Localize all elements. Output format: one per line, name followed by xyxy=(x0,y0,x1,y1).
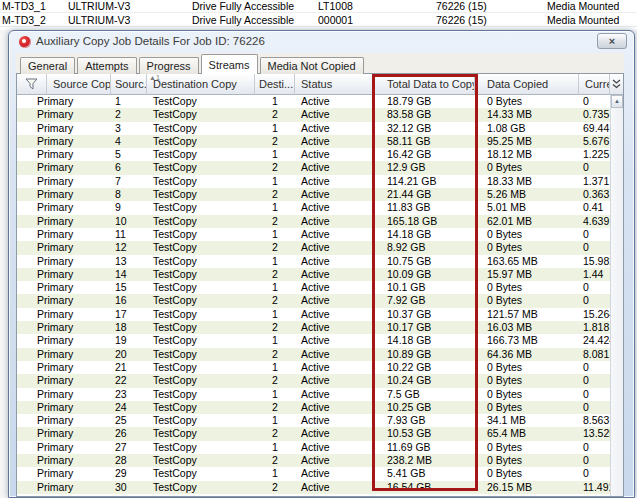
cell-status: Active xyxy=(295,281,375,294)
table-row[interactable]: Primary 29 TestCopy 1 Active 5.41 GB 0 B… xyxy=(17,467,610,480)
column-chooser-icon xyxy=(612,79,621,89)
column-header-source-stream[interactable]: Sourc... xyxy=(111,74,147,95)
table-row[interactable]: Primary 14 TestCopy 2 Active 10.09 GB 15… xyxy=(17,268,610,281)
cell-status: Active xyxy=(295,255,375,268)
cell-source-stream: 14 xyxy=(111,268,147,281)
cell-current: 0 xyxy=(579,441,610,454)
column-header-total-data-to-copy[interactable]: Total Data to Copy xyxy=(375,74,475,95)
bg-cell-media: M-TD3_1 xyxy=(2,0,46,13)
table-row[interactable]: Primary 7 TestCopy 1 Active 114.21 GB 18… xyxy=(17,175,610,188)
table-row[interactable]: Primary 10 TestCopy 2 Active 165.18 GB 6… xyxy=(17,215,610,228)
cell-destination-copy: TestCopy xyxy=(147,427,255,440)
cell-total-data-to-copy: 10.37 GB xyxy=(375,308,475,321)
tab-attempts[interactable]: Attempts xyxy=(77,57,136,74)
cell-destination-copy: TestCopy xyxy=(147,454,255,467)
cell-status: Active xyxy=(295,122,375,135)
tab-streams[interactable]: Streams xyxy=(201,54,258,74)
table-row[interactable]: Primary 11 TestCopy 1 Active 14.18 GB 0 … xyxy=(17,228,610,241)
vertical-scrollbar[interactable]: ▲ xyxy=(610,95,623,496)
cell-data-copied: 0 Bytes xyxy=(475,361,579,374)
tab-media-not-copied[interactable]: Media Not Copied xyxy=(260,57,364,74)
cell-source-copy: Primary xyxy=(17,281,111,294)
bg-cell-barcode: 000001 xyxy=(318,14,353,27)
cell-status: Active xyxy=(295,401,375,414)
cell-current: 0 xyxy=(579,294,610,307)
tab-general[interactable]: General xyxy=(20,57,75,74)
close-button[interactable]: × xyxy=(597,33,627,49)
cell-total-data-to-copy: 16.42 GB xyxy=(375,148,475,161)
table-row[interactable]: Primary 3 TestCopy 1 Active 32.12 GB 1.0… xyxy=(17,122,610,135)
table-row[interactable]: Primary 20 TestCopy 2 Active 10.89 GB 64… xyxy=(17,348,610,361)
cell-source-copy: Primary xyxy=(17,148,111,161)
column-header-status[interactable]: Status xyxy=(295,74,375,95)
cell-destination-copy: TestCopy xyxy=(147,281,255,294)
column-header-destination-copy[interactable]: Destination Copy xyxy=(147,74,255,95)
table-row[interactable]: Primary 6 TestCopy 2 Active 12.9 GB 0 By… xyxy=(17,161,610,174)
table-row[interactable]: Primary 26 TestCopy 2 Active 10.53 GB 65… xyxy=(17,427,610,440)
cell-destination-stream: 2 xyxy=(255,348,295,361)
table-row[interactable]: Primary 21 TestCopy 1 Active 10.22 GB 0 … xyxy=(17,361,610,374)
filter-button[interactable] xyxy=(17,74,47,95)
column-header-destination-stream[interactable]: Desti... xyxy=(255,74,295,95)
scroll-up-button[interactable]: ▲ xyxy=(611,95,623,108)
cell-source-copy: Primary xyxy=(17,441,111,454)
cell-source-stream: 8 xyxy=(111,188,147,201)
cell-status: Active xyxy=(295,414,375,427)
table-row[interactable]: Primary 15 TestCopy 1 Active 10.1 GB 0 B… xyxy=(17,281,610,294)
scroll-up-icon: ▲ xyxy=(614,98,620,104)
table-row[interactable]: Primary 17 TestCopy 1 Active 10.37 GB 12… xyxy=(17,308,610,321)
cell-status: Active xyxy=(295,481,375,494)
table-row[interactable]: Primary 2 TestCopy 2 Active 83.58 GB 14.… xyxy=(17,108,610,121)
column-header-current[interactable]: Curre xyxy=(579,74,612,95)
column-chooser-button[interactable] xyxy=(609,74,623,95)
cell-data-copied: 16.03 MB xyxy=(475,321,579,334)
table-row[interactable]: Primary 24 TestCopy 2 Active 10.25 GB 0 … xyxy=(17,401,610,414)
cell-destination-stream: 2 xyxy=(255,427,295,440)
table-row[interactable]: Primary 25 TestCopy 1 Active 7.93 GB 34.… xyxy=(17,414,610,427)
table-row[interactable]: Primary 16 TestCopy 2 Active 7.92 GB 0 B… xyxy=(17,294,610,307)
table-row[interactable]: Primary 27 TestCopy 1 Active 11.69 GB 0 … xyxy=(17,441,610,454)
background-table-row[interactable]: M-TD3_2 ULTRIUM-V3 Drive Fully Accessibl… xyxy=(0,14,637,27)
cell-destination-stream: 1 xyxy=(255,281,295,294)
cell-current: 0 xyxy=(579,388,610,401)
cell-status: Active xyxy=(295,348,375,361)
cell-source-stream: 2 xyxy=(111,108,147,121)
cell-destination-stream: 2 xyxy=(255,321,295,334)
cell-status: Active xyxy=(295,188,375,201)
cell-status: Active xyxy=(295,201,375,214)
table-row[interactable]: Primary 23 TestCopy 1 Active 7.5 GB 0 By… xyxy=(17,388,610,401)
cell-destination-stream: 2 xyxy=(255,215,295,228)
table-row[interactable]: Primary 19 TestCopy 1 Active 14.18 GB 16… xyxy=(17,334,610,347)
table-row[interactable]: Primary 9 TestCopy 1 Active 11.83 GB 5.0… xyxy=(17,201,610,214)
table-row[interactable]: Primary 1 TestCopy 1 Active 18.79 GB 0 B… xyxy=(17,95,610,108)
cell-source-copy: Primary xyxy=(17,201,111,214)
cell-data-copied: 64.36 MB xyxy=(475,348,579,361)
cell-destination-copy: TestCopy xyxy=(147,294,255,307)
table-row[interactable]: Primary 22 TestCopy 2 Active 10.24 GB 0 … xyxy=(17,374,610,387)
background-table-row[interactable]: M-TD3_1 ULTRIUM-V3 Drive Fully Accessibl… xyxy=(0,0,637,13)
cell-source-stream: 3 xyxy=(111,122,147,135)
cell-destination-copy: TestCopy xyxy=(147,441,255,454)
bg-cell-media: M-TD3_2 xyxy=(2,14,46,27)
cell-status: Active xyxy=(295,334,375,347)
column-header-source-copy[interactable]: Source Copy xyxy=(47,74,111,95)
cell-status: Active xyxy=(295,241,375,254)
cell-total-data-to-copy: 32.12 GB xyxy=(375,122,475,135)
cell-source-copy: Primary xyxy=(17,467,111,480)
table-row[interactable]: Primary 8 TestCopy 2 Active 21.44 GB 5.2… xyxy=(17,188,610,201)
cell-current: 0 xyxy=(579,161,610,174)
table-row[interactable]: Primary 12 TestCopy 2 Active 8.92 GB 0 B… xyxy=(17,241,610,254)
cell-current: 4.639 xyxy=(579,215,610,228)
cell-source-copy: Primary xyxy=(17,161,111,174)
table-row[interactable]: Primary 28 TestCopy 2 Active 238.2 MB 0 … xyxy=(17,454,610,467)
cell-data-copied: 1.08 GB xyxy=(475,122,579,135)
table-row[interactable]: Primary 18 TestCopy 2 Active 10.17 GB 16… xyxy=(17,321,610,334)
cell-source-stream: 27 xyxy=(111,441,147,454)
table-row[interactable]: Primary 5 TestCopy 1 Active 16.42 GB 18.… xyxy=(17,148,610,161)
cell-current: 0 xyxy=(579,241,610,254)
tab-progress[interactable]: Progress xyxy=(139,57,199,74)
column-header-data-copied[interactable]: Data Copied xyxy=(475,74,579,95)
table-row[interactable]: Primary 4 TestCopy 2 Active 58.11 GB 95.… xyxy=(17,135,610,148)
table-row[interactable]: Primary 13 TestCopy 1 Active 10.75 GB 16… xyxy=(17,255,610,268)
table-row[interactable]: Primary 30 TestCopy 2 Active 16.54 GB 26… xyxy=(17,481,610,494)
